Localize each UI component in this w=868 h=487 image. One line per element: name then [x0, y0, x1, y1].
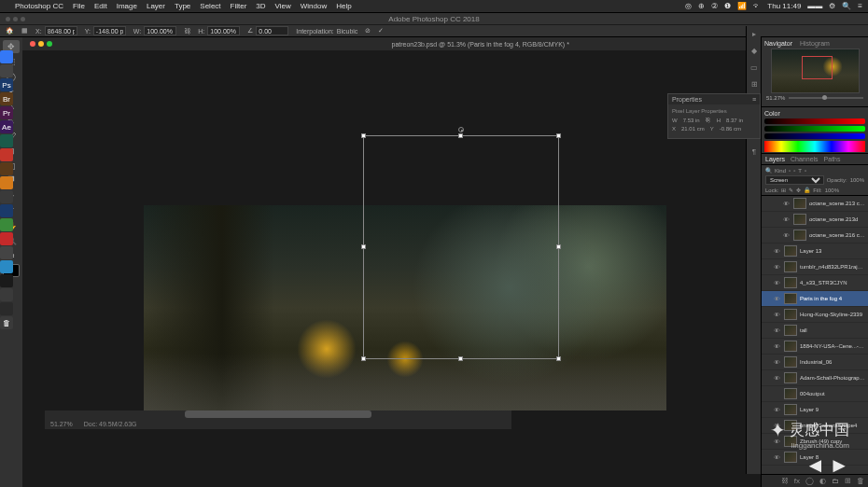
status-icon[interactable]: ▬▬ — [807, 2, 822, 10]
filter-icon[interactable]: ▫ — [789, 168, 791, 174]
clock[interactable]: Thu 11:49 — [767, 2, 801, 10]
prop-h[interactable]: 8.37 in — [726, 118, 743, 123]
layer-thumbnail[interactable] — [784, 420, 797, 431]
visibility-icon[interactable]: 👁 — [783, 216, 791, 223]
layer-name[interactable]: octane_scene.216 copy — [809, 232, 865, 238]
layer-row[interactable]: 👁Paris in the fog 4 — [762, 291, 868, 307]
transform-handle[interactable] — [361, 133, 366, 138]
menu-select[interactable]: Select — [200, 2, 220, 10]
layer-name[interactable]: Layer 13 — [800, 248, 865, 254]
layer-row[interactable]: 👁Hong-Kong-Skyline-2339 — [762, 307, 868, 323]
layer-thumbnail[interactable] — [784, 404, 797, 415]
fx-icon[interactable]: fx — [794, 477, 800, 485]
tab-histogram[interactable]: Histogram — [800, 40, 830, 47]
zoom-level[interactable]: 51.27% — [50, 421, 73, 427]
layer-name[interactable]: Paris in the fog 4 — [800, 296, 865, 301]
layer-name[interactable]: Zbrush (49) copy — [800, 438, 865, 444]
canvas-area[interactable]: patreon23b.psd @ 51.3% (Paris in the fog… — [22, 37, 761, 487]
layer-row[interactable]: 👁Industrial_06 — [762, 355, 868, 370]
layer-thumbnail[interactable] — [784, 325, 797, 336]
visibility-icon[interactable]: 👁 — [774, 423, 781, 429]
layer-row[interactable]: 👁octane_scene.216 copy — [762, 228, 868, 244]
blend-mode-select[interactable]: Screen — [765, 175, 824, 185]
visibility-icon[interactable]: 👁 — [774, 375, 781, 382]
dock-app[interactable]: Ps — [0, 78, 13, 91]
dock-trash[interactable]: 🗑 — [0, 316, 13, 329]
navigator-thumbnail[interactable] — [771, 49, 860, 93]
menu-image[interactable]: Image — [117, 2, 137, 10]
layer-thumbnail[interactable] — [784, 341, 797, 352]
lock-icon[interactable]: ✥ — [796, 187, 801, 193]
color-slider-g[interactable] — [764, 126, 865, 132]
visibility-icon[interactable]: 👁 — [774, 454, 781, 461]
visibility-icon[interactable]: 👁 — [783, 232, 791, 239]
layer-row[interactable]: 👁tall — [762, 323, 868, 339]
link-layers-icon[interactable]: ⛓ — [781, 477, 789, 485]
fill-value[interactable]: 100% — [825, 188, 839, 193]
cancel-transform-icon[interactable]: ⊘ — [365, 27, 371, 35]
layer-name[interactable]: tumblr_n4d832LPR1rajm4no3_500 — [800, 264, 865, 270]
layers-list[interactable]: 👁octane_scene.213 copy👁octane_scene.213d… — [762, 196, 868, 474]
home-icon[interactable]: 🏠 — [6, 27, 14, 35]
visibility-icon[interactable]: 👁 — [774, 312, 781, 318]
menu-layer[interactable]: Layer — [147, 2, 165, 10]
app-menu[interactable]: Photoshop CC — [15, 2, 63, 10]
transform-handle[interactable] — [556, 133, 561, 138]
layer-name[interactable]: 1884-NY-USA--Cene...-night_1335x803 — [800, 343, 865, 349]
visibility-icon[interactable]: 👁 — [774, 359, 781, 366]
input-angle[interactable] — [256, 26, 288, 35]
properties-panel[interactable]: Properties ≡ Pixel Layer Properties W7.5… — [667, 93, 761, 139]
layer-thumbnail[interactable] — [784, 388, 797, 399]
layer-row[interactable]: 👁tumblr_n4d832LPR1rajm4no3_500 — [762, 259, 868, 275]
filter-icon[interactable]: ▫ — [793, 168, 795, 174]
layer-name[interactable]: Industrial_06 — [800, 359, 865, 365]
visibility-icon[interactable]: 👁 — [774, 407, 781, 413]
visibility-icon[interactable]: 👁 — [774, 280, 781, 286]
dock-app[interactable] — [0, 218, 13, 231]
visibility-icon[interactable]: 👁 — [774, 438, 781, 445]
dock-app[interactable] — [0, 274, 13, 287]
layer-row[interactable]: 👁Zbrush (49) copy — [762, 434, 868, 450]
status-icon[interactable]: 🔍 — [842, 2, 851, 10]
layer-name[interactable]: Hong-Kong-Skyline-2339 — [800, 312, 865, 317]
status-icon[interactable]: ⚙ — [829, 2, 835, 10]
tab-navigator[interactable]: Navigator — [764, 40, 792, 47]
panel-icon[interactable]: ¶ — [749, 147, 760, 159]
dock-app[interactable]: Br — [0, 92, 13, 105]
panel-icon[interactable]: ⊞ — [749, 80, 760, 91]
commit-transform-icon[interactable]: ✓ — [378, 27, 384, 35]
layer-thumbnail[interactable] — [784, 356, 797, 368]
tab-color[interactable]: Color — [764, 110, 780, 117]
color-slider-r[interactable] — [764, 118, 865, 124]
layer-thumbnail[interactable] — [784, 245, 797, 257]
menu-file[interactable]: File — [73, 2, 85, 10]
group-icon[interactable]: 🗀 — [832, 477, 839, 485]
dock-app[interactable] — [0, 232, 13, 245]
layer-name[interactable]: 004output — [800, 391, 865, 397]
tab-channels[interactable]: Channels — [791, 156, 819, 162]
color-slider-b[interactable] — [764, 133, 865, 139]
status-icon[interactable]: ≡ — [858, 2, 862, 10]
prop-w[interactable]: 7.53 in — [683, 118, 700, 123]
menu-type[interactable]: Type — [175, 2, 190, 10]
lock-icon[interactable]: ⊞ — [781, 187, 786, 193]
tab-layers[interactable]: Layers — [765, 156, 785, 162]
transform-handle[interactable] — [458, 133, 463, 138]
layer-row[interactable]: 👁1884-NY-USA--Cene...-night_1335x803 — [762, 339, 868, 355]
panel-icon[interactable]: ▭ — [749, 63, 760, 75]
dock-app[interactable] — [0, 246, 13, 259]
visibility-icon[interactable]: 👁 — [774, 264, 781, 271]
layer-thumbnail[interactable] — [784, 293, 797, 304]
layer-thumbnail[interactable] — [793, 198, 806, 209]
dock-app[interactable] — [0, 176, 13, 189]
panel-menu-icon[interactable]: ≡ — [752, 96, 756, 103]
dock-app[interactable] — [0, 288, 13, 301]
layer-thumbnail[interactable] — [784, 277, 797, 288]
input-h[interactable] — [207, 26, 240, 35]
mask-icon[interactable]: ◯ — [805, 477, 814, 485]
menu-filter[interactable]: Filter — [231, 2, 247, 10]
doc-size[interactable]: Doc: 49.5M/2.63G — [84, 421, 137, 427]
status-icon[interactable]: ⊕ — [698, 2, 705, 10]
filter-icon[interactable]: ▫ — [805, 168, 806, 174]
prop-y[interactable]: -0.86 cm — [720, 126, 741, 132]
